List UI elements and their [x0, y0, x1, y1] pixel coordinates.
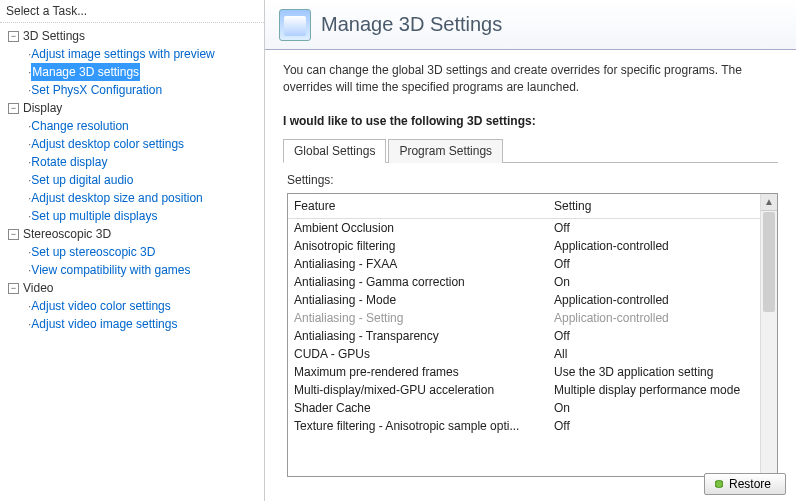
cell-feature: Antialiasing - Transparency [294, 329, 554, 343]
tree-expander-icon[interactable]: − [8, 31, 19, 42]
sidebar-header: Select a Task... [0, 0, 264, 23]
tab-strip: Global Settings Program Settings [283, 138, 778, 163]
tree-item[interactable]: ·Adjust video image settings [16, 315, 262, 333]
cell-setting[interactable]: Application-controlled [554, 311, 754, 325]
tree-item[interactable]: ·Set up multiple displays [16, 207, 262, 225]
cell-feature: Ambient Occlusion [294, 221, 554, 235]
tab-global-settings[interactable]: Global Settings [283, 139, 386, 163]
cell-setting[interactable]: Off [554, 221, 754, 235]
tree-item-label[interactable]: Set up stereoscopic 3D [31, 243, 155, 261]
tree-item-label[interactable]: View compatibility with games [31, 261, 190, 279]
table-row[interactable]: Anisotropic filteringApplication-control… [288, 237, 760, 255]
scrollbar[interactable]: ▲ [760, 194, 777, 476]
table-row[interactable]: Multi-display/mixed-GPU accelerationMult… [288, 381, 760, 399]
tree-item[interactable]: ·Set PhysX Configuration [16, 81, 262, 99]
cell-feature: Antialiasing - Gamma correction [294, 275, 554, 289]
tree-group-label: Display [23, 99, 62, 117]
settings-table: FeatureSettingAmbient OcclusionOffAnisot… [287, 193, 778, 477]
tree-item-label[interactable]: Adjust desktop size and position [31, 189, 202, 207]
tree-item[interactable]: ·Manage 3D settings [16, 63, 262, 81]
cell-feature: Anisotropic filtering [294, 239, 554, 253]
cell-setting[interactable]: All [554, 347, 754, 361]
tree-group-label: Stereoscopic 3D [23, 225, 111, 243]
tree-item[interactable]: ·Rotate display [16, 153, 262, 171]
tree-group: −3D Settings [2, 27, 262, 45]
col-header-setting[interactable]: Setting [554, 199, 754, 213]
cell-setting[interactable]: Use the 3D application setting [554, 365, 754, 379]
tree-item[interactable]: ·Set up digital audio [16, 171, 262, 189]
settings-label: Settings: [265, 163, 796, 191]
cell-feature: Multi-display/mixed-GPU acceleration [294, 383, 554, 397]
cell-setting[interactable]: Application-controlled [554, 293, 754, 307]
main-header: Manage 3D Settings [265, 0, 796, 50]
settings-3d-icon [279, 9, 311, 41]
cell-feature: CUDA - GPUs [294, 347, 554, 361]
tree-expander-icon[interactable]: − [8, 229, 19, 240]
tree-item[interactable]: ·View compatibility with games [16, 261, 262, 279]
subtitle: I would like to use the following 3D set… [265, 100, 796, 138]
table-row[interactable]: Antialiasing - ModeApplication-controlle… [288, 291, 760, 309]
tree-item-label[interactable]: Adjust image settings with preview [31, 45, 214, 63]
main-panel: Manage 3D Settings You can change the gl… [265, 0, 796, 501]
intro-text: You can change the global 3D settings an… [265, 50, 796, 100]
table-row[interactable]: Maximum pre-rendered framesUse the 3D ap… [288, 363, 760, 381]
tree-item[interactable]: ·Adjust desktop color settings [16, 135, 262, 153]
tree-expander-icon[interactable]: − [8, 283, 19, 294]
tree-item-label[interactable]: Set up multiple displays [31, 207, 157, 225]
cell-setting[interactable]: Off [554, 419, 754, 433]
tree-item[interactable]: ·Change resolution [16, 117, 262, 135]
tree-item-label[interactable]: Change resolution [31, 117, 128, 135]
tree-item-label[interactable]: Adjust desktop color settings [31, 135, 184, 153]
tab-program-settings[interactable]: Program Settings [388, 139, 503, 163]
cell-setting[interactable]: Multiple display performance mode [554, 383, 754, 397]
sidebar: Select a Task... −3D Settings·Adjust ima… [0, 0, 265, 501]
tree-item-label[interactable]: Set up digital audio [31, 171, 133, 189]
tree-item-label[interactable]: Adjust video image settings [31, 315, 177, 333]
cell-setting[interactable]: Off [554, 329, 754, 343]
table-row[interactable]: Antialiasing - Gamma correctionOn [288, 273, 760, 291]
cell-feature: Maximum pre-rendered frames [294, 365, 554, 379]
tree-group: −Stereoscopic 3D [2, 225, 262, 243]
table-row[interactable]: Antialiasing - FXAAOff [288, 255, 760, 273]
restore-button[interactable]: Restore [704, 473, 786, 495]
cell-setting[interactable]: On [554, 275, 754, 289]
table-header-row: FeatureSetting [288, 194, 760, 219]
table-row[interactable]: Ambient OcclusionOff [288, 219, 760, 237]
table-row[interactable]: Antialiasing - SettingApplication-contro… [288, 309, 760, 327]
tree-group: −Display [2, 99, 262, 117]
tree-item[interactable]: ·Set up stereoscopic 3D [16, 243, 262, 261]
table-row[interactable]: Antialiasing - TransparencyOff [288, 327, 760, 345]
cell-feature: Antialiasing - Mode [294, 293, 554, 307]
tree-item[interactable]: ·Adjust image settings with preview [16, 45, 262, 63]
cell-feature: Texture filtering - Anisotropic sample o… [294, 419, 554, 433]
tree-item[interactable]: ·Adjust desktop size and position [16, 189, 262, 207]
tree-item-label[interactable]: Rotate display [31, 153, 107, 171]
tree-item-label[interactable]: Adjust video color settings [31, 297, 170, 315]
cell-feature: Antialiasing - FXAA [294, 257, 554, 271]
col-header-feature[interactable]: Feature [294, 199, 554, 213]
cell-setting[interactable]: On [554, 401, 754, 415]
tree-item-label[interactable]: Manage 3D settings [31, 63, 140, 81]
restore-button-label: Restore [729, 477, 771, 491]
table-row[interactable]: Shader CacheOn [288, 399, 760, 417]
tree-group-label: Video [23, 279, 53, 297]
tree-item-label[interactable]: Set PhysX Configuration [31, 81, 162, 99]
tree-expander-icon[interactable]: − [8, 103, 19, 114]
scroll-up-icon[interactable]: ▲ [761, 194, 777, 211]
table-row[interactable]: CUDA - GPUsAll [288, 345, 760, 363]
page-title: Manage 3D Settings [321, 13, 502, 36]
cell-feature: Shader Cache [294, 401, 554, 415]
cell-setting[interactable]: Off [554, 257, 754, 271]
table-row[interactable]: Texture filtering - Anisotropic sample o… [288, 417, 760, 435]
tree-group-label: 3D Settings [23, 27, 85, 45]
cell-feature: Antialiasing - Setting [294, 311, 554, 325]
tree-item[interactable]: ·Adjust video color settings [16, 297, 262, 315]
scroll-thumb[interactable] [763, 212, 775, 312]
tree-group: −Video [2, 279, 262, 297]
nvidia-logo-icon [713, 480, 725, 488]
task-tree: −3D Settings·Adjust image settings with … [0, 23, 264, 337]
cell-setting[interactable]: Application-controlled [554, 239, 754, 253]
